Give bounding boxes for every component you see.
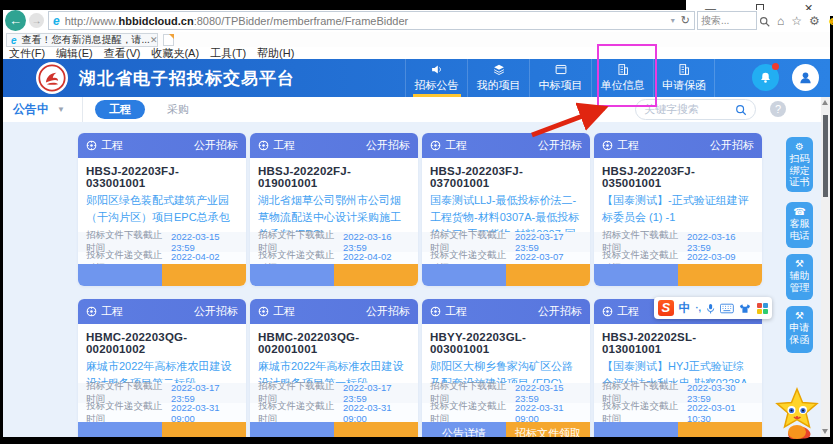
card-actions: 公告详情 招标文件领取 (422, 422, 590, 437)
notification-badge (772, 63, 779, 70)
project-code: HBSJ-202203FJ-035001001 (594, 158, 762, 192)
feedback-smiley-icon[interactable]: ☻ (827, 14, 833, 28)
project-type-icon (430, 140, 441, 151)
bid-card[interactable]: 工程 公开招标 HBSJ-202203FJ-035001001 【国泰测试】-正… (594, 133, 762, 286)
person-icon (798, 70, 813, 85)
get-bid-file-button[interactable] (678, 422, 762, 437)
announcement-grid: 工程 公开招标 HBSJ-202203FJ-033001001 郧阳区绿色装配式… (3, 122, 821, 437)
bid-card[interactable]: 工程 公开招标 HBYY-202203GL-003001001 郧阳区大柳乡鲁家… (422, 299, 590, 437)
get-bid-file-button[interactable] (506, 264, 590, 286)
download-deadline-value: 2022-03-17 23:59 (343, 382, 410, 404)
get-bid-file-button[interactable]: 招标文件领取 (506, 422, 590, 437)
tab-procurement[interactable]: 采购 (158, 100, 198, 119)
address-bar[interactable]: e http://www.hbbidcloud.cn:8080/TPBidder… (48, 11, 695, 30)
main-nav: 招标公告 我的项目 中标项目 单位信息 申请保函 (405, 59, 715, 97)
announcement-detail-button[interactable] (422, 264, 506, 286)
side-tool-button[interactable]: ⚙ 扫码绑定证书 (786, 137, 813, 192)
announcement-detail-button[interactable] (78, 422, 162, 437)
browser-window: ← → e http://www.hbbidcloud.cn:8080/TPBi… (3, 10, 830, 437)
get-bid-file-button[interactable] (162, 264, 246, 286)
chinese-mode-icon[interactable]: 中 (679, 300, 691, 317)
nav-my-projects[interactable]: 我的项目 (467, 59, 529, 97)
search-icon[interactable] (759, 16, 770, 27)
forward-button[interactable]: → (29, 13, 44, 28)
search-icon (735, 104, 747, 116)
get-bid-file-button[interactable] (334, 264, 418, 286)
bid-method-label: 公开招标 (710, 138, 754, 153)
submit-deadline-value: 2022-03-31 09:00 (343, 402, 410, 424)
new-tab-button[interactable] (163, 34, 174, 46)
user-avatar-button[interactable] (792, 64, 819, 91)
ie-page-icon: e (53, 14, 60, 28)
gear-icon: ⚙ (795, 141, 804, 152)
home-icon[interactable]: ⌂ (777, 14, 784, 28)
bid-card[interactable]: 工程 公开招标 HBSJ-202203FJ-037001001 国泰测试LLJ-… (422, 133, 590, 286)
nav-apply-guarantee[interactable]: 申请保函 (653, 59, 715, 97)
project-title-link[interactable]: 【国泰测试】-正式验证组建评标委员会 (1) -1 (594, 192, 762, 226)
nav-won-projects[interactable]: 中标项目 (529, 59, 591, 97)
url-dropdown-icon[interactable]: ▾ (671, 16, 675, 25)
skin-shirt-icon[interactable] (739, 303, 751, 314)
project-type-label: 工程 (445, 304, 467, 319)
microphone-icon[interactable] (706, 302, 715, 315)
card-header: 工程 公开招标 (250, 133, 418, 158)
tool-label: 申请保函 (788, 322, 812, 345)
project-type-label: 工程 (617, 304, 639, 319)
help-icon[interactable]: ? (770, 101, 786, 117)
bid-method-label: 公开招标 (538, 304, 582, 319)
tab-engineering[interactable]: 工程 (95, 100, 145, 119)
status-filter-dropdown[interactable]: 公告中 ▼ (3, 97, 83, 122)
scrollbar-thumb[interactable] (823, 115, 828, 197)
side-tool-button[interactable]: ☎ 客服电话 (786, 202, 813, 248)
settings-gear-icon[interactable]: ⚙ (809, 14, 820, 28)
site-logo (36, 62, 68, 94)
side-tool-button[interactable]: ⚒ 辅助管理 (786, 254, 813, 300)
bid-card[interactable]: 工程 公开招标 HBMC-202203QG-002001001 麻城市2022年… (250, 299, 418, 437)
announcement-detail-button[interactable] (78, 264, 162, 286)
project-type-icon (602, 306, 613, 317)
download-deadline-value: 2022-03-17 23:59 (171, 382, 238, 404)
address-bar-row: ← → e http://www.hbbidcloud.cn:8080/TPBi… (3, 10, 830, 32)
star-mascot[interactable] (770, 386, 824, 442)
announcement-detail-button[interactable] (250, 264, 334, 286)
get-bid-file-button[interactable] (162, 422, 246, 437)
ime-toolbar[interactable]: S 中 ·, (654, 297, 772, 319)
project-code: HBSJ-202203FJ-037001001 (422, 158, 590, 192)
get-bid-file-button[interactable] (334, 422, 418, 437)
bid-card[interactable]: 工程 公开招标 HBSJ-202203FJ-033001001 郧阳区绿色装配式… (78, 133, 246, 286)
project-title-link[interactable]: 郧阳区绿色装配式建筑产业园（干沟片区）项目EPC总承包 (78, 192, 246, 226)
announcement-detail-button[interactable] (250, 422, 334, 437)
favorites-star-icon[interactable]: ☆ (791, 14, 802, 28)
announcement-detail-button[interactable]: 公告详情 (422, 422, 506, 437)
card-actions (250, 264, 418, 286)
toolbox-grid-icon[interactable] (757, 303, 768, 314)
announcement-detail-button[interactable] (594, 422, 678, 437)
submit-deadline-value: 2022-03-31 09:00 (171, 402, 238, 424)
submit-deadline-value: 2022-03-01 10:30 (687, 402, 754, 424)
bid-card[interactable]: 工程 公开招标 HBSJ-202202FJ-019001001 湖北省烟草公司鄂… (250, 133, 418, 286)
tab-close-icon[interactable]: ✕ (150, 35, 158, 45)
sogou-logo-icon[interactable]: S (658, 300, 674, 316)
building-icon (677, 63, 691, 76)
bid-card[interactable]: 工程 公开招标 HBSJ-202202SL-013001001 【国泰测试】HY… (594, 299, 762, 437)
project-type-icon (86, 140, 97, 151)
nav-bid-announcements[interactable]: 招标公告 (405, 59, 467, 97)
project-type-label: 工程 (273, 138, 295, 153)
download-deadline-value: 2022-03-16 23:59 (343, 231, 410, 253)
speaker-icon (430, 63, 444, 76)
browser-search-input[interactable]: 搜索... (697, 11, 757, 30)
tool-label: 辅助管理 (788, 270, 812, 293)
side-tool-button[interactable]: ⚒ 申请保函 (786, 306, 813, 353)
keyboard-icon[interactable] (720, 303, 734, 314)
punctuation-icon[interactable]: ·, (696, 303, 702, 313)
project-code: HBSJ-202202FJ-019001001 (250, 158, 418, 192)
back-button[interactable]: ← (5, 10, 26, 31)
scroll-up-icon[interactable] (822, 100, 828, 105)
project-code: HBMC-202203QG-002001001 (250, 324, 418, 358)
bid-card[interactable]: 工程 公开招标 HBMC-202203QG-002001002 麻城市2022年… (78, 299, 246, 437)
bid-method-label: 公开招标 (366, 304, 410, 319)
wrench-icon: ⚒ (795, 258, 804, 269)
get-bid-file-button[interactable] (678, 264, 762, 286)
announcement-detail-button[interactable] (594, 264, 678, 286)
refresh-icon[interactable]: ↻ (681, 14, 690, 27)
